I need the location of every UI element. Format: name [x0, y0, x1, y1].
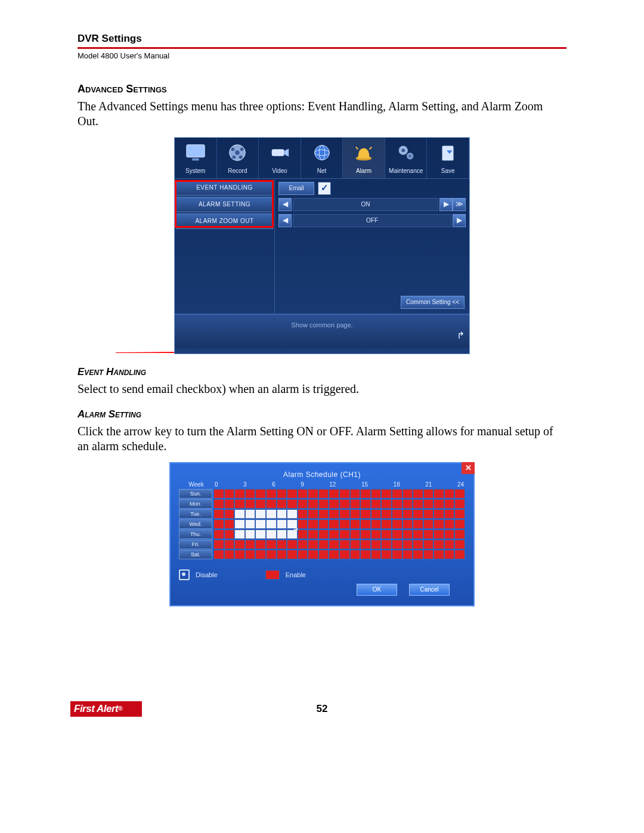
schedule-cell[interactable]	[423, 509, 434, 519]
schedule-cell[interactable]	[413, 540, 423, 549]
schedule-cell[interactable]	[213, 499, 224, 509]
schedule-cell[interactable]	[266, 550, 277, 559]
schedule-cell[interactable]	[371, 499, 382, 509]
schedule-cell[interactable]	[423, 519, 434, 529]
schedule-cell[interactable]	[298, 509, 308, 519]
schedule-cell[interactable]	[392, 499, 402, 509]
schedule-cell[interactable]	[360, 509, 371, 519]
schedule-cell[interactable]	[444, 489, 455, 498]
schedule-cell[interactable]	[308, 489, 318, 498]
schedule-cell[interactable]	[245, 509, 256, 519]
schedule-cell[interactable]	[423, 529, 434, 539]
schedule-cell[interactable]	[255, 540, 266, 549]
schedule-cell[interactable]	[381, 519, 392, 529]
schedule-cell[interactable]	[402, 550, 413, 559]
schedule-cell[interactable]	[213, 540, 224, 549]
schedule-cell[interactable]	[266, 529, 277, 539]
schedule-cell[interactable]	[234, 509, 245, 519]
schedule-cell[interactable]	[234, 540, 245, 549]
schedule-cell[interactable]	[423, 489, 434, 498]
schedule-cell[interactable]	[308, 509, 318, 519]
schedule-cell[interactable]	[266, 519, 277, 529]
schedule-cell[interactable]	[339, 540, 350, 549]
schedule-cell[interactable]	[444, 550, 455, 559]
schedule-cell[interactable]	[350, 550, 361, 559]
schedule-cell[interactable]	[434, 540, 444, 549]
schedule-cell[interactable]	[423, 499, 434, 509]
schedule-cell[interactable]	[277, 519, 287, 529]
cancel-button[interactable]: Cancel	[409, 584, 450, 596]
schedule-cell[interactable]	[339, 519, 350, 529]
schedule-cell[interactable]	[413, 529, 423, 539]
schedule-cell[interactable]	[381, 529, 392, 539]
schedule-cell[interactable]	[287, 519, 298, 529]
day-label[interactable]: Mon.	[179, 499, 212, 509]
schedule-cell[interactable]	[350, 540, 361, 549]
disable-radio[interactable]	[179, 569, 190, 580]
tab-video[interactable]: Video	[259, 138, 301, 178]
schedule-cell[interactable]	[381, 489, 392, 498]
schedule-cell[interactable]	[255, 509, 266, 519]
schedule-cell[interactable]	[371, 529, 382, 539]
schedule-cell[interactable]	[255, 499, 266, 509]
schedule-cell[interactable]	[213, 519, 224, 529]
schedule-cell[interactable]	[266, 499, 277, 509]
schedule-cell[interactable]	[234, 550, 245, 559]
schedule-cell[interactable]	[287, 529, 298, 539]
schedule-cell[interactable]	[392, 529, 402, 539]
schedule-cell[interactable]	[392, 519, 402, 529]
schedule-cell[interactable]	[298, 550, 308, 559]
schedule-cell[interactable]	[318, 509, 329, 519]
schedule-cell[interactable]	[224, 540, 235, 549]
schedule-cell[interactable]	[434, 519, 444, 529]
schedule-cell[interactable]	[402, 519, 413, 529]
schedule-cell[interactable]	[287, 489, 298, 498]
alarm-setting-right-arrow[interactable]: ▶	[439, 198, 453, 211]
schedule-cell[interactable]	[245, 529, 256, 539]
schedule-cell[interactable]	[318, 519, 329, 529]
tab-save[interactable]: Save	[427, 138, 469, 178]
schedule-cell[interactable]	[308, 529, 318, 539]
schedule-cell[interactable]	[413, 509, 423, 519]
schedule-cell[interactable]	[360, 519, 371, 529]
alarm-zoom-right-arrow[interactable]: ▶	[453, 214, 466, 227]
schedule-cell[interactable]	[434, 529, 444, 539]
schedule-cell[interactable]	[287, 499, 298, 509]
schedule-cell[interactable]	[224, 550, 235, 559]
schedule-cell[interactable]	[360, 489, 371, 498]
schedule-cell[interactable]	[371, 509, 382, 519]
sidebar-item-alarm-setting[interactable]: ALARM SETTING	[176, 197, 273, 212]
close-button[interactable]: ✕	[462, 462, 475, 474]
schedule-cell[interactable]	[255, 519, 266, 529]
schedule-cell[interactable]	[454, 499, 465, 509]
schedule-cell[interactable]	[434, 499, 444, 509]
sidebar-item-alarm-zoom-out[interactable]: ALARM ZOOM OUT	[176, 213, 273, 229]
schedule-cell[interactable]	[434, 489, 444, 498]
schedule-cell[interactable]	[413, 499, 423, 509]
schedule-cell[interactable]	[360, 550, 371, 559]
schedule-cell[interactable]	[339, 509, 350, 519]
schedule-cell[interactable]	[350, 499, 361, 509]
alarm-setting-double-arrow[interactable]: ≫	[453, 198, 466, 211]
schedule-cell[interactable]	[402, 540, 413, 549]
schedule-cell[interactable]	[454, 519, 465, 529]
schedule-cell[interactable]	[360, 499, 371, 509]
schedule-cell[interactable]	[266, 540, 277, 549]
schedule-grid[interactable]: Sun.Mon.Tue.Wed.Thu.Fri.Sat.↱	[179, 489, 465, 559]
alarm-setting-left-arrow[interactable]: ◀	[278, 198, 292, 211]
schedule-cell[interactable]	[371, 489, 382, 498]
schedule-cell[interactable]	[402, 489, 413, 498]
schedule-cell[interactable]	[413, 489, 423, 498]
schedule-cell[interactable]	[298, 489, 308, 498]
schedule-cell[interactable]	[444, 499, 455, 509]
schedule-cell[interactable]	[339, 550, 350, 559]
schedule-cell[interactable]	[224, 489, 235, 498]
schedule-cell[interactable]	[308, 550, 318, 559]
schedule-cell[interactable]	[444, 509, 455, 519]
schedule-cell[interactable]	[277, 509, 287, 519]
schedule-cell[interactable]	[298, 499, 308, 509]
schedule-cell[interactable]	[245, 489, 256, 498]
schedule-cell[interactable]	[329, 550, 339, 559]
schedule-cell[interactable]	[454, 509, 465, 519]
schedule-cell[interactable]	[413, 550, 423, 559]
